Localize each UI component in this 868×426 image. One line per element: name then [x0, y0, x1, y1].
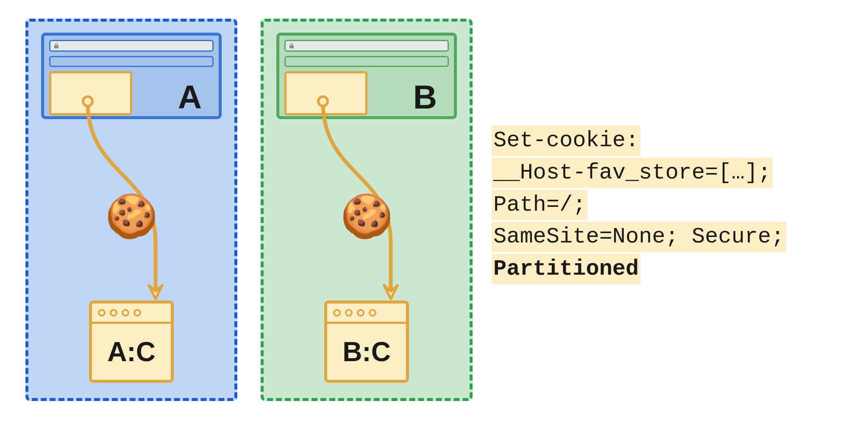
jar-label-a: A:C — [107, 336, 156, 368]
jar-body-b: B:C — [327, 324, 406, 380]
lock-icon — [54, 43, 59, 49]
code-line-5: Partitioned — [492, 254, 640, 284]
jar-dot — [122, 309, 129, 317]
toolbar-b — [284, 56, 449, 67]
jar-titlebar-a — [92, 303, 171, 324]
address-bar-b — [284, 40, 449, 52]
toolbar-a — [49, 56, 214, 67]
jar-dot — [333, 309, 341, 317]
cookie-icon: 🍪 — [340, 195, 393, 237]
diagram-canvas: A 🍪 A:C B — [0, 0, 868, 426]
jar-dot — [357, 309, 364, 317]
cookie-jar-a: A:C — [89, 301, 174, 383]
embedded-frame-b — [284, 71, 367, 115]
site-label-b: B — [413, 78, 437, 117]
cookie-jar-b: B:C — [324, 301, 409, 383]
jar-dot — [134, 309, 141, 317]
jar-label-b: B:C — [342, 336, 391, 368]
browser-window-b: B — [276, 33, 457, 119]
jar-dot — [345, 309, 353, 317]
code-line-4: SameSite=None; Secure; — [492, 222, 786, 252]
code-line-2: __Host-fav_store=[…]; — [492, 158, 773, 188]
address-bar-a — [49, 40, 214, 52]
lock-icon — [289, 43, 294, 49]
code-line-3: Path=/; — [492, 190, 587, 220]
partition-b: B 🍪 B:C — [261, 19, 473, 401]
cookie-icon: 🍪 — [105, 195, 158, 237]
jar-titlebar-b — [327, 303, 406, 324]
embedded-frame-a — [49, 71, 132, 115]
code-line-1: Set-cookie: — [492, 125, 640, 156]
partition-a: A 🍪 A:C — [25, 19, 237, 401]
jar-dot — [369, 309, 376, 317]
http-header-code: Set-cookie: __Host-fav_store=[…]; Path=/… — [492, 125, 786, 286]
jar-body-a: A:C — [92, 324, 171, 380]
jar-dot — [98, 309, 106, 317]
jar-dot — [110, 309, 117, 317]
site-label-a: A — [178, 78, 202, 117]
browser-window-a: A — [41, 33, 222, 119]
